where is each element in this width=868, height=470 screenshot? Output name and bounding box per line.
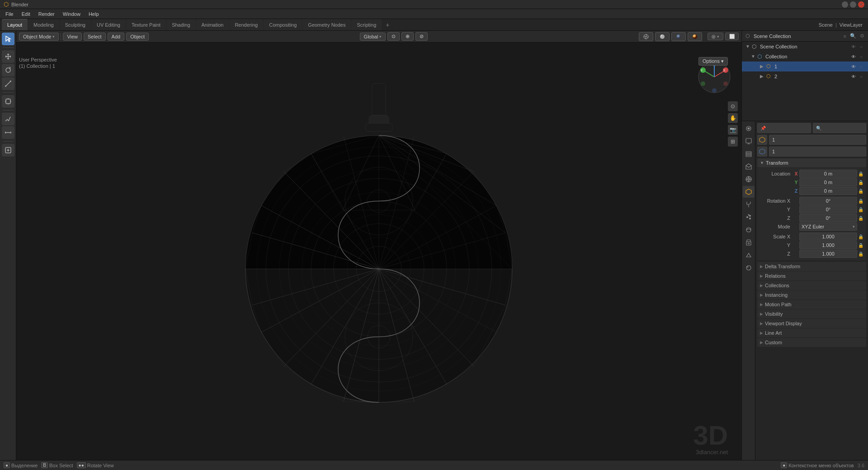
scale-x-input[interactable]: 1.000 — [799, 233, 857, 241]
overlay-button[interactable]: ◎ ▾ — [708, 33, 723, 40]
props-modifier-icon[interactable] — [743, 199, 755, 210]
maximize-button[interactable]: □ — [850, 1, 856, 8]
viewport-display-section[interactable]: ▶ Viewport Display — [757, 319, 866, 328]
tab-animation[interactable]: Animation — [196, 19, 229, 30]
global-transform-button[interactable]: Global ▾ — [360, 33, 386, 41]
camera-view-button[interactable]: 📷 — [728, 125, 738, 135]
close-button[interactable]: ✕ — [858, 1, 864, 8]
props-material-icon[interactable] — [743, 262, 755, 274]
props-physics-icon[interactable] — [743, 224, 755, 236]
rotation-x-lock[interactable]: 🔒 — [857, 197, 864, 204]
menu-window[interactable]: Window — [59, 10, 84, 18]
rotation-y-input[interactable]: 0° — [799, 205, 857, 214]
props-particles-icon[interactable] — [743, 211, 755, 223]
location-x-lock[interactable]: 🔒 — [857, 170, 864, 177]
props-render-icon[interactable] — [743, 123, 755, 134]
hand-tool-button[interactable]: ✋ — [728, 113, 738, 123]
menu-edit[interactable]: Edit — [18, 10, 34, 18]
scale-z-input[interactable]: 1.000 — [799, 250, 857, 258]
props-output-icon[interactable] — [743, 135, 755, 147]
object-name-input[interactable] — [769, 135, 866, 145]
location-x-input[interactable]: 0 m — [799, 170, 857, 178]
select-menu-button[interactable]: Select — [84, 33, 106, 41]
tab-uv-editing[interactable]: UV Editing — [91, 19, 126, 30]
transform-section-header[interactable]: ▼ Transform — [757, 158, 866, 167]
item2-vis-icon[interactable]: 👁 — [850, 73, 857, 80]
rotation-y-lock[interactable]: 🔒 — [857, 206, 864, 213]
item1-vis-icon[interactable]: 👁 — [850, 63, 857, 70]
scale-y-lock[interactable]: 🔒 — [857, 242, 864, 249]
local-view-button[interactable]: ⊞ — [728, 137, 738, 147]
viewport-vis-icon[interactable]: 👁 — [850, 43, 857, 50]
tab-sculpting[interactable]: Sculpting — [60, 19, 91, 30]
add-menu-button[interactable]: Add — [108, 33, 125, 41]
menu-file[interactable]: File — [2, 10, 17, 18]
props-mesh-icon-button[interactable] — [757, 147, 767, 157]
item1-render-icon[interactable]: ○ — [858, 63, 864, 70]
props-constraints-icon[interactable] — [743, 237, 755, 248]
outliner-item-collection[interactable]: ▼ ⬡ Collection 👁 ○ — [742, 52, 868, 62]
instancing-section[interactable]: ▶ Instancing — [757, 290, 866, 299]
rotation-mode-select[interactable]: XYZ Euler ▾ — [799, 223, 857, 231]
add-workspace-button[interactable]: + — [382, 19, 393, 30]
props-scene-icon[interactable] — [743, 161, 755, 172]
pivot-button[interactable]: ⊙ — [387, 32, 400, 41]
material-shading-button[interactable] — [671, 32, 686, 41]
outliner-filter-icon[interactable]: ≡ — [844, 33, 846, 39]
props-view-layer-icon[interactable] — [743, 148, 755, 160]
menu-render[interactable]: Render — [35, 10, 58, 18]
scale-z-lock[interactable]: 🔒 — [857, 250, 864, 257]
props-type-icon-button[interactable] — [757, 135, 767, 145]
viewport-canvas[interactable]: User Perspective (1) Collection | 1 Opti… — [16, 43, 741, 460]
tab-layout[interactable]: Layout — [2, 19, 28, 30]
location-y-lock[interactable]: 🔒 — [857, 179, 864, 186]
outliner-options-icon[interactable]: ⚙ — [860, 33, 864, 39]
snap-button[interactable]: ⊕ — [401, 32, 414, 41]
location-y-input[interactable]: 0 m — [799, 178, 857, 186]
props-world-icon[interactable] — [743, 173, 755, 185]
object-mode-button[interactable]: Object Mode ▾ — [19, 33, 59, 41]
scale-y-input[interactable]: 1.000 — [799, 241, 857, 249]
outliner-item-1[interactable]: ▶ ⬡ 1 👁 ○ — [742, 62, 868, 71]
outliner-item-2[interactable]: ▶ ⬡ 2 👁 ○ — [742, 71, 868, 81]
object-menu-button[interactable]: Object — [126, 33, 149, 41]
tab-compositing[interactable]: Compositing — [264, 19, 302, 30]
tab-shading[interactable]: Shading — [166, 19, 195, 30]
rotation-z-lock[interactable]: 🔒 — [857, 214, 864, 222]
tool-transform[interactable] — [2, 95, 14, 108]
mesh-name-input[interactable] — [769, 147, 866, 157]
options-button[interactable]: Options ▾ — [698, 57, 728, 66]
tool-select[interactable] — [2, 33, 14, 45]
scale-x-lock[interactable]: 🔒 — [857, 233, 864, 240]
viewport[interactable]: Object Mode ▾ View Select Add Object Glo… — [16, 31, 741, 460]
tab-geometry-nodes[interactable]: Geometry Nodes — [302, 19, 351, 30]
delta-transform-section[interactable]: ▶ Delta Transform — [757, 262, 866, 271]
rotation-x-input[interactable]: 0° — [799, 197, 857, 205]
tab-rendering[interactable]: Rendering — [229, 19, 263, 30]
solid-shading-button[interactable] — [655, 32, 670, 41]
props-object-icon[interactable] — [743, 186, 755, 198]
collection-render-icon[interactable]: ○ — [858, 53, 864, 60]
tool-measure[interactable] — [2, 126, 14, 139]
tool-add[interactable] — [2, 144, 14, 157]
menu-help[interactable]: Help — [85, 10, 103, 18]
wireframe-shading-button[interactable] — [639, 32, 653, 41]
tool-annotate[interactable] — [2, 113, 14, 125]
view-menu-button[interactable]: View — [63, 33, 82, 41]
visibility-section[interactable]: ▶ Visibility — [757, 309, 866, 318]
collection-vis-icon[interactable]: 👁 — [850, 53, 857, 60]
xray-button[interactable]: ⬜ — [725, 33, 739, 40]
tool-move[interactable] — [2, 50, 14, 63]
location-z-input[interactable]: 0 m — [799, 187, 857, 195]
motion-path-section[interactable]: ▶ Motion Path — [757, 300, 866, 309]
location-z-lock[interactable]: 🔒 — [857, 187, 864, 195]
tab-scripting[interactable]: Scripting — [351, 19, 382, 30]
title-bar-controls[interactable]: — □ ✕ — [842, 1, 864, 8]
tool-scale[interactable] — [2, 77, 14, 90]
outliner-item-scene-collection[interactable]: ▼ ⬡ Scene Collection 👁 ○ — [742, 42, 868, 52]
tool-rotate[interactable] — [2, 64, 14, 76]
render-vis-icon[interactable]: ○ — [858, 43, 864, 50]
line-art-section[interactable]: ▶ Line Art — [757, 328, 866, 337]
outliner-search-icon[interactable]: 🔍 — [850, 33, 856, 39]
custom-section[interactable]: ▶ Custom — [757, 338, 866, 347]
